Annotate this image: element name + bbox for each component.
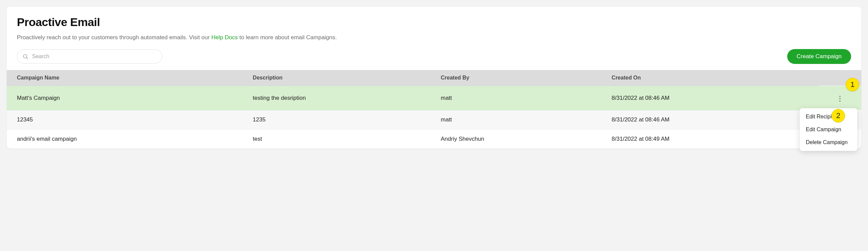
page-subtitle: Proactively reach out to your customers … bbox=[17, 34, 851, 41]
cell-campaign-name: Matt's Campaign bbox=[7, 86, 246, 110]
col-description: Description bbox=[246, 70, 434, 86]
col-campaign-name: Campaign Name bbox=[7, 70, 246, 86]
search-input[interactable] bbox=[17, 49, 162, 64]
menu-edit-recipients[interactable]: Edit Recipients bbox=[800, 110, 857, 123]
row-actions-menu: Edit Recipients Edit Campaign Delete Cam… bbox=[800, 108, 857, 151]
search-wrap bbox=[17, 49, 162, 64]
menu-delete-campaign[interactable]: Delete Campaign bbox=[800, 136, 857, 149]
campaigns-card: Proactive Email Proactively reach out to… bbox=[7, 7, 861, 149]
table-header-row: Campaign Name Description Created By Cre… bbox=[7, 70, 861, 86]
col-created-on: Created On bbox=[605, 70, 819, 86]
table-row[interactable]: 12345 1235 matt 8/31/2022 at 08:46 AM bbox=[7, 110, 861, 130]
cell-created-by: matt bbox=[434, 86, 605, 110]
table-row[interactable]: Matt's Campaign testing the desription m… bbox=[7, 86, 861, 110]
cell-created-by: Andriy Shevchun bbox=[434, 130, 605, 149]
subtitle-post: to learn more about email Campaigns. bbox=[238, 34, 337, 41]
annotation-badge-1: 1 bbox=[846, 78, 859, 91]
page-title: Proactive Email bbox=[17, 16, 851, 29]
cell-created-on: 8/31/2022 at 08:46 AM bbox=[605, 110, 819, 130]
annotation-badge-2: 2 bbox=[831, 109, 845, 122]
col-created-by: Created By bbox=[434, 70, 605, 86]
cell-description: testing the desription bbox=[246, 86, 434, 110]
row-actions-button[interactable] bbox=[837, 94, 843, 104]
cell-created-by: matt bbox=[434, 110, 605, 130]
cell-campaign-name: 12345 bbox=[7, 110, 246, 130]
campaigns-table: Campaign Name Description Created By Cre… bbox=[7, 70, 861, 149]
card-header: Proactive Email Proactively reach out to… bbox=[7, 7, 861, 41]
toolbar: Create Campaign bbox=[7, 49, 861, 70]
cell-description: test bbox=[246, 130, 434, 149]
search-icon bbox=[22, 53, 28, 60]
cell-created-on: 8/31/2022 at 08:46 AM bbox=[605, 86, 819, 110]
create-campaign-button[interactable]: Create Campaign bbox=[787, 49, 851, 64]
cell-created-on: 8/31/2022 at 08:49 AM bbox=[605, 130, 819, 149]
cell-campaign-name: andrii's email campaign bbox=[7, 130, 246, 149]
menu-edit-campaign[interactable]: Edit Campaign bbox=[800, 123, 857, 136]
subtitle-pre: Proactively reach out to your customers … bbox=[17, 34, 211, 41]
cell-description: 1235 bbox=[246, 110, 434, 130]
help-docs-link[interactable]: Help Docs bbox=[211, 34, 238, 41]
table-row[interactable]: andrii's email campaign test Andriy Shev… bbox=[7, 130, 861, 149]
svg-line-1 bbox=[26, 58, 27, 59]
